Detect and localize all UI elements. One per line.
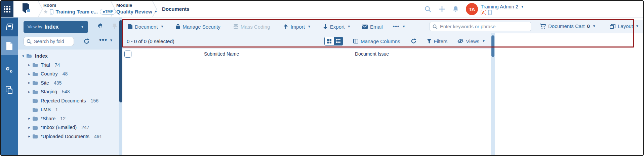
tree-item-share[interactable]: ▸ *Share 12 [18, 114, 119, 123]
gear-icon[interactable] [97, 23, 104, 30]
tree-item-country[interactable]: ▸ Country 48 [18, 69, 119, 79]
layout-menu-button[interactable]: Layout ▼ [610, 23, 639, 29]
avatar[interactable]: TA [466, 3, 478, 15]
view-mode-toggle [324, 37, 343, 45]
list-scrollbar-thumb[interactable] [491, 35, 494, 57]
room-selector[interactable]: ★ Training Team e... eTMF ▼ [43, 9, 121, 14]
copy-pages-icon [5, 86, 13, 94]
chevron-down-icon: ▼ [593, 25, 596, 28]
bell-icon[interactable] [452, 6, 459, 12]
documents-cart-button[interactable]: Documents Cart 0 ▼ [540, 23, 596, 29]
list-controls: Manage Columns Filters [324, 37, 485, 45]
refresh-icon[interactable] [83, 38, 90, 44]
expand-icon[interactable]: ▸ [27, 90, 32, 94]
cart-count: 0 [587, 23, 590, 29]
pin-icon[interactable] [112, 23, 118, 30]
open-folder-icon [26, 54, 32, 58]
list-view-button[interactable] [334, 37, 343, 45]
layout-icon [610, 24, 615, 29]
chevron-down-icon[interactable]: ▼ [110, 39, 113, 42]
toolbar-more-button[interactable]: ••• ▼ [393, 24, 406, 30]
tree-item-lms[interactable]: LMS 1 [18, 105, 119, 114]
room-label: Room [43, 3, 121, 8]
folder-icon [32, 90, 38, 94]
sidebar-scrollbar[interactable] [119, 18, 122, 155]
column-header-document-issue[interactable]: Document Issue [349, 49, 491, 59]
folder-search-input[interactable] [24, 37, 74, 46]
chevron-down-icon: ▼ [636, 25, 639, 28]
view-by-dropdown[interactable]: View by Index ▼ [24, 21, 88, 33]
tree-item-uploaded-documents[interactable]: ▸ *Uploaded Documents 491 [18, 132, 119, 141]
expand-icon[interactable]: ▸ [27, 63, 32, 67]
views-menu-button[interactable]: Views ▼ [457, 38, 485, 44]
keyword-search-input[interactable] [430, 22, 531, 31]
select-all-checkbox[interactable] [124, 51, 131, 58]
sidebar-header: View by Index ▼ ••• ▼ [18, 18, 122, 50]
folder-sidebar: View by Index ▼ ••• ▼ [18, 18, 122, 155]
folder-icon [32, 107, 38, 112]
chevron-down-icon: ▼ [81, 25, 84, 29]
folder-icon [32, 81, 38, 85]
user-badges: A [481, 10, 492, 15]
manage-security-button[interactable]: Manage Security [176, 24, 220, 30]
view-by-label: View by [28, 25, 42, 29]
chevron-down-icon[interactable]: ▼ [154, 10, 158, 13]
tree-item-inbox-emailed[interactable]: ▸ *Inbox (Emailed) 247 [18, 123, 119, 132]
app-logo [19, 2, 33, 16]
search-icon[interactable] [425, 6, 431, 12]
expand-icon[interactable]: ▸ [27, 81, 32, 85]
grid-view-button[interactable] [325, 37, 334, 45]
plus-icon[interactable] [439, 6, 445, 12]
expand-icon[interactable]: ▸ [27, 125, 32, 130]
ellipsis-icon: ••• [393, 24, 400, 30]
favorite-star-icon[interactable]: ★ [43, 9, 48, 14]
expand-icon[interactable]: ▸ [27, 72, 32, 76]
nav-copy-button[interactable] [1, 81, 18, 99]
document-icon [128, 24, 132, 29]
nav-admin-button[interactable] [1, 61, 18, 80]
select-all-cell [122, 49, 192, 59]
filters-button[interactable]: Filters [427, 38, 448, 44]
tree-item-index[interactable]: ▾ Index [18, 52, 119, 61]
column-header-submitted-name[interactable]: Submitted Name [192, 49, 349, 59]
email-button[interactable]: Email [362, 24, 383, 30]
export-menu-button[interactable]: Export ▼ [323, 24, 351, 30]
document-menu-button[interactable]: Document ▼ [128, 24, 164, 30]
room-value[interactable]: Training Team e... [55, 9, 98, 14]
folder-icon [32, 116, 38, 121]
expand-icon[interactable]: ▸ [27, 134, 32, 138]
tree-item-rejected-documents[interactable]: Rejected Documents 156 [18, 96, 119, 105]
manage-columns-button[interactable]: Manage Columns [353, 38, 400, 44]
list-scrollbar[interactable] [491, 33, 495, 155]
folder-icon [32, 134, 38, 138]
mass-coding-button[interactable]: Mass Coding [233, 24, 270, 30]
tree-item-site[interactable]: ▸ Site 435 [18, 79, 119, 88]
tree-item-trial[interactable]: ▸ Trial 74 [18, 61, 119, 70]
import-menu-button[interactable]: Import ▼ [283, 24, 311, 30]
refresh-icon[interactable] [410, 38, 417, 44]
folder-icon [32, 72, 38, 76]
more-actions-button[interactable]: ••• [99, 36, 107, 44]
gears-icon [5, 66, 14, 75]
nav-documents-button[interactable] [1, 36, 18, 55]
sidebar-scrollbar-thumb[interactable] [119, 20, 122, 102]
user-menu[interactable]: Training Admin 2 ▼ [481, 4, 524, 9]
book-icon [5, 23, 14, 31]
device-icon [488, 10, 492, 15]
module-selector[interactable]: Quality Review ▼ [116, 9, 158, 14]
app-window: Room ★ Training Team e... eTMF ▼ Module … [0, 0, 644, 156]
nav-binder-button[interactable] [1, 18, 18, 36]
folder-icon [32, 63, 38, 67]
folder-icon [32, 125, 38, 130]
module-value[interactable]: Quality Review [116, 9, 152, 14]
arrow-down-icon [323, 24, 328, 29]
room-type-badge: eTMF [100, 9, 116, 14]
document-icon [6, 41, 13, 50]
collapse-icon[interactable]: ▾ [21, 54, 26, 58]
user-name: Training Admin 2 [481, 4, 518, 9]
tree-item-staging[interactable]: ▸ Staging 548 [18, 87, 119, 96]
list-view-icon [336, 39, 340, 43]
envelope-icon [362, 25, 368, 29]
expand-icon[interactable]: ▸ [27, 116, 32, 121]
app-launcher-button[interactable] [1, 1, 13, 17]
